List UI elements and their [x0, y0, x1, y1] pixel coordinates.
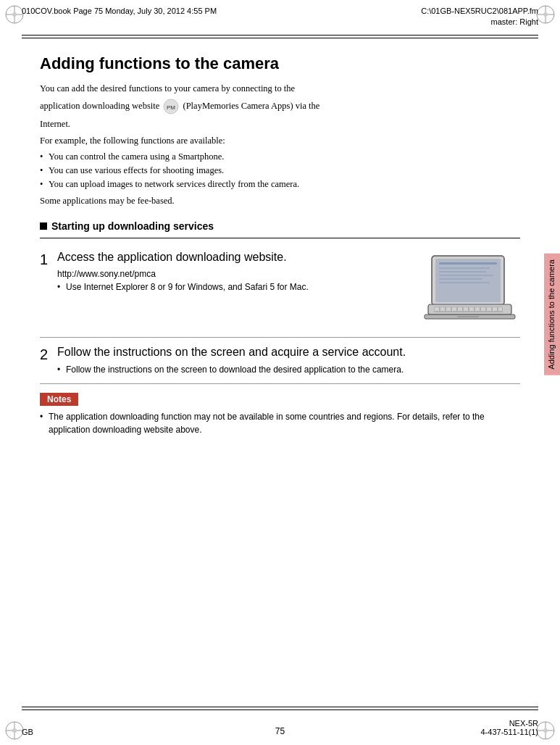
page-container: 010COV.book Page 75 Monday, July 30, 201…: [0, 0, 560, 745]
sidebar-tab: Adding functions to the camera: [544, 254, 560, 375]
step-2-row: 2 Follow the instructions on the screen …: [40, 338, 520, 384]
book-info: 010COV.book Page 75 Monday, July 30, 201…: [22, 7, 217, 15]
master-label: master: Right: [421, 17, 538, 28]
step-2-title: Follow the instructions on the screen an…: [57, 345, 513, 360]
svg-rect-30: [446, 307, 451, 311]
intro-line-4: For example, the following functions are…: [40, 134, 520, 148]
bullet-1: You can control the camera using a Smart…: [40, 150, 520, 164]
laptop-image: [419, 250, 520, 330]
step-2-sub-1: Follow the instructions on the screen to…: [57, 363, 513, 376]
svg-rect-37: [487, 307, 491, 311]
header-right: C:\01GB-NEX5RUC2\081APP.fm master: Right: [421, 6, 538, 28]
svg-rect-39: [498, 307, 502, 311]
intro-line-3: Internet.: [40, 117, 520, 131]
footer-model-info: NEX-5R 4-437-511-11(1): [481, 719, 539, 736]
svg-rect-24: [439, 278, 482, 280]
svg-rect-38: [493, 307, 497, 311]
step-2-content: Follow the instructions on the screen an…: [57, 345, 520, 376]
header: 010COV.book Page 75 Monday, July 30, 201…: [0, 6, 560, 28]
footer-catalog: 4-437-511-11(1): [481, 728, 539, 736]
footer-page-number: 75: [0, 726, 560, 736]
bullet-3: You can upload images to network service…: [40, 178, 520, 191]
step-1-url: http://www.sony.net/pmca: [57, 268, 411, 280]
svg-rect-41: [457, 316, 479, 317]
bullet-2: You can use various effects for shooting…: [40, 164, 520, 178]
footer-model: NEX-5R: [481, 719, 539, 728]
step1-top-divider: [40, 238, 520, 238]
intro-line-1: You can add the desired functions to you…: [40, 82, 520, 96]
step-2-number: 2: [40, 346, 57, 363]
step-1-number: 1: [40, 251, 57, 268]
step-1-title: Access the application downloading websi…: [57, 250, 411, 265]
svg-text:PM: PM: [167, 104, 175, 111]
svg-rect-34: [469, 307, 474, 311]
footer-rule-top: [22, 707, 538, 707]
pmca-icon: PM: [163, 99, 179, 115]
svg-rect-32: [458, 307, 462, 311]
header-left: 010COV.book Page 75 Monday, July 30, 201…: [22, 6, 217, 17]
svg-rect-22: [439, 271, 486, 272]
svg-rect-28: [435, 307, 439, 311]
header-rule-top: [22, 35, 538, 36]
notes-bullet-1: The application downloading function may…: [40, 410, 520, 436]
intro-line-2: application downloading website PM (Play…: [40, 99, 520, 115]
fee-note: Some applications may be fee-based.: [40, 194, 520, 208]
svg-rect-25: [439, 282, 490, 283]
step-1-sub-1: Use Internet Explorer 8 or 9 for Windows…: [57, 280, 411, 294]
black-square-icon: [40, 222, 47, 230]
svg-rect-21: [439, 267, 490, 269]
main-content: Adding functions to the camera You can a…: [40, 43, 520, 694]
svg-rect-31: [452, 307, 456, 311]
step-1-content: Access the application downloading websi…: [57, 250, 419, 294]
svg-rect-23: [439, 275, 493, 276]
svg-rect-36: [481, 307, 485, 311]
footer-rule-bottom: [22, 709, 538, 710]
step-1-row: 1 Access the application downloading web…: [40, 243, 520, 338]
svg-rect-33: [464, 307, 468, 311]
file-path: C:\01GB-NEX5RUC2\081APP.fm: [421, 6, 538, 17]
svg-rect-35: [475, 307, 480, 311]
header-rule-bottom: [22, 38, 538, 38]
page-title: Adding functions to the camera: [40, 54, 520, 73]
svg-rect-20: [439, 262, 497, 265]
svg-rect-29: [440, 307, 445, 311]
svg-rect-19: [435, 259, 501, 302]
section-heading: Starting up downloading services: [40, 220, 520, 232]
notes-label: Notes: [40, 393, 78, 406]
laptop-svg: [421, 252, 519, 328]
notes-box: Notes The application downloading functi…: [40, 393, 520, 436]
